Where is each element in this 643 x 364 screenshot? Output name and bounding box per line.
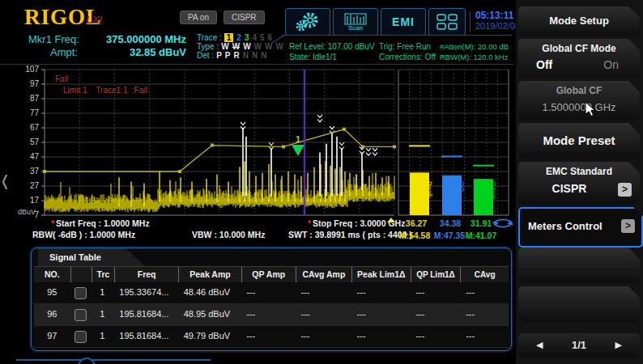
row-checkbox[interactable] <box>75 331 87 343</box>
atten-readout: #Atten(M): 20.00 dB <box>440 41 509 52</box>
trace-indicator[interactable]: N <box>243 51 249 60</box>
mode-setup-button[interactable]: Mode Setup <box>518 6 640 36</box>
trace-indicator[interactable]: 4 <box>252 33 257 42</box>
trace-indicator[interactable]: 3 <box>245 33 249 42</box>
settings-button[interactable] <box>285 8 330 36</box>
row-checkbox[interactable] <box>75 287 87 299</box>
table-cell: --- <box>460 282 509 303</box>
emc-standard-label: EMC Standard <box>518 162 640 177</box>
peak-meter-value: 36.27 <box>398 218 434 228</box>
vbw-readout: VBW : 10.000 MHz <box>192 230 265 239</box>
trace-indicator[interactable]: 1 <box>224 33 234 42</box>
header-bottom-line <box>0 64 514 65</box>
y-axis-tick: 67 <box>13 123 39 132</box>
y-axis-tick: 57 <box>13 138 39 146</box>
mode-preset-button[interactable]: Mode Preset <box>518 123 640 159</box>
column-header[interactable]: NO. <box>34 267 70 283</box>
y-axis-tick: 107 <box>13 65 39 74</box>
column-header[interactable]: Trc <box>92 267 114 283</box>
trig-readout: Trig: Free Run <box>379 41 431 52</box>
table-cell: 48.46 dBuV <box>178 282 241 303</box>
meter-refresh-icon[interactable] <box>492 218 513 229</box>
column-header[interactable]: Peak Lim1Δ <box>351 267 411 283</box>
trace-indicator[interactable]: W <box>254 42 262 51</box>
global-cf-label: Global CF <box>518 81 640 96</box>
table-cell: --- <box>295 282 351 303</box>
mouse-cursor <box>585 102 598 118</box>
trace-indicator[interactable]: 5 <box>260 33 265 42</box>
corrections-readout: Corrections: Off <box>379 52 436 62</box>
rbw-readout: RBW( -6dB ) : 1.0000 MHz <box>32 230 135 239</box>
emi-mode-button[interactable]: EMI <box>381 8 426 36</box>
trace-indicator[interactable]: P <box>225 51 231 60</box>
table-cell: --- <box>460 326 509 347</box>
global-cf-button[interactable]: Global CF 1.5000000 GHz <box>518 81 640 120</box>
table-cell: --- <box>410 326 460 347</box>
instrument-screen: RIGOL LXI PA on CISPR Scan EMI 05:13:11 … <box>0 0 643 364</box>
emi-label: EMI <box>392 15 415 28</box>
global-cf-mode-button[interactable]: Global CF Mode Off On <box>518 39 640 78</box>
blank-softkey[interactable] <box>518 248 640 283</box>
trace-indicator-block[interactable]: Trace :123456 Type :WWWWWW Det :PPRNNN <box>197 33 287 60</box>
trace-indicator[interactable]: W <box>276 42 283 51</box>
column-header[interactable]: Peak Amp <box>178 267 241 283</box>
table-cell: --- <box>295 326 351 347</box>
table-row[interactable]: 951195.33674...48.46 dBuV--------------- <box>34 282 509 304</box>
column-header[interactable]: QP Amp <box>241 267 296 283</box>
trace-indicator[interactable]: 2 <box>236 33 241 42</box>
rbw-m-readout: RBW(M): 120.0 kHz <box>440 52 508 62</box>
scan-icon <box>344 13 367 25</box>
table-row[interactable]: 971195.81684...49.79 dBuV--------------- <box>34 326 509 348</box>
cispr-badge[interactable]: CISPR <box>224 11 265 24</box>
row-checkbox[interactable] <box>75 309 87 321</box>
blank-softkey[interactable] <box>518 286 640 322</box>
trace-indicator[interactable]: W <box>232 42 240 51</box>
column-header[interactable]: CAvg Lim1Δ <box>460 267 509 283</box>
left-panel-chevron[interactable]: ‹ <box>2 158 8 201</box>
det-label: Det : <box>197 51 214 60</box>
table-row[interactable]: 961195.81684...48.95 dBuV--------------- <box>34 304 509 326</box>
signal-table-tab[interactable]: Signal Table <box>38 248 145 266</box>
mkr-freq-value: 375.000000 MHz <box>99 33 186 45</box>
column-header[interactable] <box>70 267 92 283</box>
trace-indicator[interactable]: N <box>261 51 266 60</box>
y-axis-tick: 47 <box>13 152 39 161</box>
lxi-logo: LXI <box>86 14 102 26</box>
trace-indicator[interactable]: R <box>233 51 239 60</box>
pa-on-badge[interactable]: PA on <box>180 11 217 24</box>
layout-button[interactable] <box>428 8 466 36</box>
trace-indicator[interactable]: 6 <box>268 33 273 42</box>
next-page-button[interactable]: ▶ <box>615 340 622 350</box>
trace-indicator[interactable]: W <box>243 42 250 51</box>
table-cell: --- <box>351 282 411 303</box>
table-cell: 195.81684... <box>113 304 177 325</box>
global-cf-mode-off[interactable]: Off <box>536 58 552 71</box>
y-axis-tick: 77 <box>13 108 39 117</box>
trace-indicator[interactable]: W <box>221 42 228 51</box>
table-cell: --- <box>295 304 351 325</box>
emc-standard-button[interactable]: EMC Standard CISPR > <box>518 162 640 204</box>
gears-icon <box>294 11 322 32</box>
column-header[interactable]: CAvg Amp <box>296 267 351 283</box>
y-axis-tick: 17 <box>13 196 39 205</box>
y-axis-tick: 27 <box>13 181 39 190</box>
global-cf-mode-label: Global CF Mode <box>518 39 640 54</box>
table-cell: --- <box>351 304 411 325</box>
scan-button[interactable]: Scan <box>333 8 378 36</box>
trace-indicator[interactable]: P <box>216 51 222 60</box>
uncal-star: * <box>308 218 311 228</box>
mode-setup-label: Mode Setup <box>518 6 640 36</box>
table-cell: 195.33674... <box>113 282 177 303</box>
scan-label: Scan <box>348 24 363 32</box>
signal-table: Signal Table NO.TrcFreqPeak AmpQP AmpCAv… <box>31 248 512 351</box>
bottom-frame-line <box>16 359 211 361</box>
global-cf-mode-on[interactable]: On <box>603 58 619 71</box>
column-header[interactable]: Freq <box>114 267 178 283</box>
meters-control-label: Meters Control <box>528 220 603 232</box>
limit-status: Limit 1 Trace1 1 :Fail <box>63 86 147 95</box>
table-cell: --- <box>351 326 411 347</box>
column-header[interactable]: QP Lim1Δ <box>411 267 461 283</box>
trace-indicator[interactable]: N <box>252 51 258 60</box>
meters-control-button[interactable]: Meters Control > <box>518 207 643 248</box>
page-control: ◀ 1/1 ▶ <box>518 333 640 358</box>
